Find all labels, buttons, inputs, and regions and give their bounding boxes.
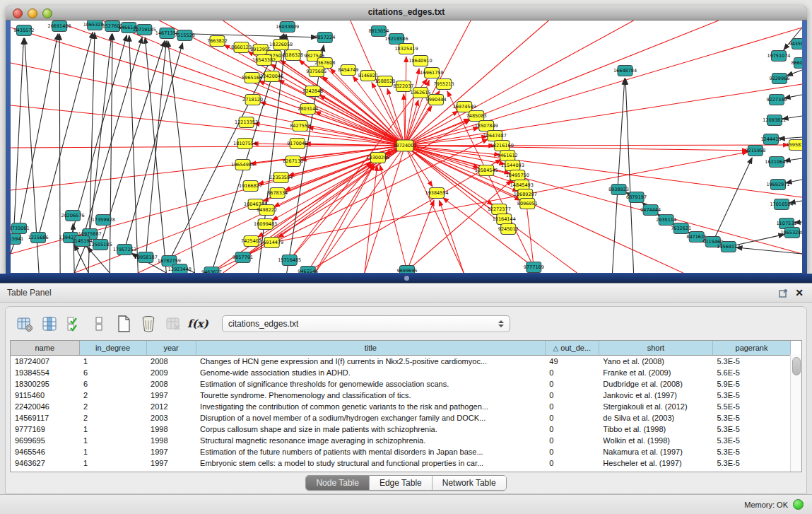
table-row[interactable]: 911546021997Tourette syndrome. Phenomeno… — [11, 390, 791, 401]
graph-node[interactable]: 8660123 — [231, 42, 252, 53]
graph-node[interactable]: 11544093 — [501, 160, 524, 171]
vertical-scrollbar[interactable] — [790, 354, 801, 472]
graph-node[interactable]: 9435572 — [14, 25, 35, 36]
graph-node[interactable]: 2718120 — [242, 95, 263, 105]
table-row[interactable]: 2242004622012Investigating the contribut… — [11, 401, 791, 412]
graph-node[interactable]: 18724007 — [393, 140, 416, 151]
graph-node[interactable]: 9375685 — [306, 66, 326, 77]
graph-node[interactable]: 9245012 — [498, 224, 519, 235]
memory-ok-icon[interactable] — [793, 499, 804, 510]
graph-node[interactable]: 18226058 — [269, 40, 293, 50]
graph-node[interactable]: 16033809 — [276, 22, 299, 33]
column-header-year[interactable]: year — [146, 341, 196, 356]
window-titlebar[interactable]: citations_edges.txt — [6, 6, 807, 21]
graph-node[interactable]: 18216160 — [490, 141, 514, 151]
graph-node[interactable]: 8965166 — [242, 73, 262, 83]
trash-icon[interactable] — [139, 315, 158, 333]
graph-node[interactable]: 19218586 — [384, 34, 408, 45]
graph-node[interactable]: 7425402 — [241, 236, 261, 247]
graph-node[interactable]: 9463627 — [201, 267, 222, 274]
graph-node[interactable]: 8267130 — [283, 156, 303, 167]
table-column-icon[interactable] — [40, 315, 59, 333]
tab-network-table[interactable]: Network Table — [433, 476, 506, 490]
graph-node[interactable]: 7485083 — [466, 111, 487, 122]
scrollbar-thumb[interactable] — [792, 357, 801, 375]
graph-node[interactable]: 18107554 — [233, 139, 257, 149]
graph-node[interactable]: 16648784 — [613, 66, 637, 76]
column-header-short[interactable]: short — [599, 341, 712, 356]
graph-node[interactable]: 9227349 — [766, 95, 787, 105]
graph-node[interactable]: 18507849 — [475, 121, 498, 132]
graph-node[interactable]: 2803144 — [298, 104, 318, 115]
graph-node[interactable]: 1588520 — [375, 76, 395, 87]
column-header-out_degree[interactable]: △out_de... — [545, 341, 599, 356]
column-header-name[interactable]: name — [11, 341, 79, 356]
function-icon[interactable]: f(x) — [189, 315, 207, 333]
network-canvas[interactable]: 9435572206914061065328715276026466140107… — [11, 21, 802, 273]
graph-node[interactable]: 17957253 — [113, 245, 136, 255]
table-row[interactable]: 977716911998Corpus callosum shape and si… — [11, 424, 791, 435]
graph-node[interactable]: 18495750 — [506, 170, 529, 181]
graph-node[interactable]: 19692971 — [766, 180, 789, 190]
rows-box-icon[interactable] — [90, 315, 108, 333]
graph-node[interactable]: 18325419 — [394, 44, 418, 54]
graph-node[interactable]: 15716485 — [278, 255, 301, 266]
graph-node[interactable]: 9329966 — [769, 74, 789, 84]
column-header-title[interactable]: title — [196, 341, 545, 356]
graph-node[interactable]: 9990444 — [426, 95, 447, 105]
graph-node[interactable]: 19166827 — [239, 181, 262, 192]
graph-node[interactable]: 1244413 — [760, 134, 781, 145]
graph-node[interactable]: 16961758 — [420, 68, 444, 78]
graph-node[interactable]: 8938923 — [608, 185, 629, 195]
graph-node[interactable]: 17016504 — [770, 199, 793, 210]
table-selector-dropdown[interactable]: citations_edges.txt — [222, 315, 510, 332]
graph-node[interactable]: 20691406 — [48, 21, 71, 32]
graph-node[interactable]: 9699695 — [397, 266, 418, 274]
graph-node[interactable]: 9777169 — [524, 262, 544, 273]
graph-node[interactable]: 17359928 — [92, 215, 115, 226]
table-row[interactable]: 1830029562008Estimation of significance … — [11, 378, 791, 390]
graph-node[interactable]: 19751074 — [767, 51, 790, 62]
table-row[interactable]: 1938455462009Genome-wide association stu… — [11, 367, 791, 378]
table-gear-icon[interactable] — [16, 315, 34, 333]
graph-node[interactable]: 16210643 — [765, 157, 788, 168]
float-panel-icon[interactable] — [779, 288, 788, 298]
split-divider[interactable] — [0, 274, 812, 283]
graph-node[interactable]: 12213353 — [235, 117, 258, 128]
table-row[interactable]: 946554611997Estimation of the future num… — [11, 446, 791, 457]
graph-node[interactable]: 6879197 — [626, 192, 647, 203]
graph-node[interactable]: 8735061 — [11, 223, 30, 234]
graph-node[interactable]: 22420046 — [260, 71, 283, 82]
graph-node[interactable]: 19654985 — [231, 160, 254, 170]
graph-node[interactable]: 8678334 — [267, 188, 288, 199]
graph-node[interactable]: 16099483 — [254, 219, 277, 230]
graph-node[interactable]: 9498222 — [257, 205, 277, 216]
graph-node[interactable]: 8215958 — [745, 146, 765, 156]
table-row[interactable]: 1456911722003Disruption of a novel membe… — [11, 412, 791, 424]
graph-node[interactable]: 9242848 — [302, 86, 323, 97]
tab-edge-table[interactable]: Edge Table — [370, 476, 433, 490]
close-panel-icon[interactable]: ✕ — [795, 288, 804, 298]
memory-status-label[interactable]: Memory: OK — [744, 501, 788, 509]
graph-node[interactable]: 8427552 — [290, 121, 310, 132]
column-header-in_degree[interactable]: in_degree — [79, 341, 146, 356]
graph-node[interactable]: 8186328 — [283, 50, 303, 61]
table-row[interactable]: 1872400712008Changes of HCN gene express… — [11, 356, 791, 368]
graph-node[interactable]: 7632621 — [671, 223, 691, 234]
graph-node[interactable]: 12353584 — [269, 173, 293, 183]
graph-node[interactable]: 12093822 — [763, 115, 786, 126]
graph-node[interactable]: 8096951 — [517, 199, 538, 209]
graph-node[interactable]: 20206576 — [61, 211, 85, 221]
graph-node[interactable]: 9170046 — [287, 139, 307, 149]
tab-node-table[interactable]: Node Table — [306, 476, 370, 490]
graph-node[interactable]: 3915941 — [11, 234, 23, 245]
graph-node[interactable]: 9461612 — [498, 151, 518, 161]
graph-node[interactable]: 16914479 — [260, 238, 283, 248]
table-row[interactable]: 946362711997Embryonic stem cells: a mode… — [11, 457, 791, 469]
graph-node[interactable]: 9857791 — [233, 252, 253, 263]
graph-node[interactable]: 7955213 — [434, 79, 454, 90]
graph-node[interactable]: 13584545 — [475, 165, 498, 176]
graph-node[interactable]: 7857224 — [314, 33, 335, 43]
graph-node[interactable]: 2935114 — [656, 215, 676, 226]
graph-node[interactable]: 9465546 — [298, 267, 318, 274]
